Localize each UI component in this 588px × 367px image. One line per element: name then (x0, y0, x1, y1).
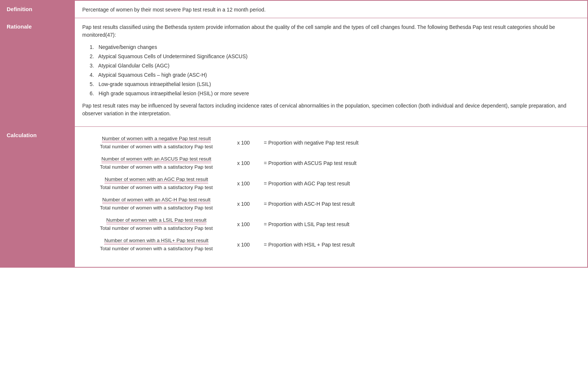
formula-row-3: Number of women with an ASC-H Pap test r… (90, 197, 572, 211)
table-row-rationale: RationalePap test results classified usi… (1, 18, 588, 127)
multiplier-1: x 100 (234, 160, 253, 166)
main-table: DefinitionPercentage of women by their m… (0, 0, 588, 268)
row-content-rationale: Pap test results classified using the Be… (75, 18, 588, 127)
result-0: = Proportion with negative Pap test resu… (264, 140, 375, 146)
fraction-2: Number of women with an AGC Pap test res… (90, 176, 223, 190)
table-row-calculation: CalculationNumber of women with a negati… (1, 127, 588, 267)
rationale-list-item: 4. Atypical Squamous Cells – high grade … (90, 70, 580, 80)
numerator-2: Number of women with an AGC Pap test res… (104, 176, 208, 184)
numerator-4: Number of women with a LSIL Pap test res… (106, 217, 206, 224)
numerator-1: Number of women with an ASCUS Pap test r… (102, 156, 211, 163)
multiplier-3: x 100 (234, 201, 253, 207)
result-4: = Proportion with LSIL Pap test result (264, 221, 375, 227)
table-row-definition: DefinitionPercentage of women by their m… (1, 1, 588, 18)
fraction-4: Number of women with a LSIL Pap test res… (90, 217, 223, 231)
rationale-list: 1. Negative/benign changes2. Atypical Sq… (82, 43, 580, 102)
fraction-5: Number of women with a HSIL+ Pap test re… (90, 238, 223, 251)
row-label-definition: Definition (1, 1, 75, 18)
definition-text: Percentage of women by their most severe… (82, 6, 580, 13)
rationale-intro: Pap test results classified using the Be… (82, 23, 580, 39)
multiplier-5: x 100 (234, 242, 253, 248)
fraction-0: Number of women with a negative Pap test… (90, 136, 223, 149)
fraction-1: Number of women with an ASCUS Pap test r… (90, 156, 223, 170)
multiplier-0: x 100 (234, 140, 253, 146)
numerator-0: Number of women with a negative Pap test… (102, 136, 211, 143)
formula-row-4: Number of women with a LSIL Pap test res… (90, 217, 572, 231)
formula-row-5: Number of women with a HSIL+ Pap test re… (90, 238, 572, 251)
denominator-2: Total number of women with a satisfactor… (100, 185, 213, 190)
result-5: = Proportion with HSIL + Pap test result (264, 242, 375, 248)
row-label-calculation: Calculation (1, 127, 75, 267)
calculation-content: Number of women with a negative Pap test… (82, 132, 580, 262)
rationale-list-item: 2. Atypical Squamous Cells of Undetermin… (90, 52, 580, 61)
result-3: = Proportion with ASC-H Pap test result (264, 201, 375, 207)
multiplier-2: x 100 (234, 181, 253, 186)
rationale-list-item: 5. Low-grade squamous intraepithelial le… (90, 80, 580, 89)
formula-row-1: Number of women with an ASCUS Pap test r… (90, 156, 572, 170)
denominator-3: Total number of women with a satisfactor… (100, 205, 213, 211)
numerator-5: Number of women with a HSIL+ Pap test re… (104, 238, 208, 245)
formula-row-2: Number of women with an AGC Pap test res… (90, 176, 572, 190)
row-label-rationale: Rationale (1, 18, 75, 127)
row-content-calculation: Number of women with a negative Pap test… (75, 127, 588, 267)
result-2: = Proportion with AGC Pap test result (264, 181, 375, 186)
rationale-outro: Pap test result rates may be influenced … (82, 102, 580, 118)
denominator-1: Total number of women with a satisfactor… (100, 164, 213, 170)
rationale-list-item: 3. Atypical Glandular Cells (AGC) (90, 61, 580, 70)
rationale-list-item: 1. Negative/benign changes (90, 43, 580, 52)
result-1: = Proportion with ASCUS Pap test result (264, 160, 375, 166)
numerator-3: Number of women with an ASC-H Pap test r… (102, 197, 210, 204)
denominator-5: Total number of women with a satisfactor… (100, 246, 213, 251)
multiplier-4: x 100 (234, 221, 253, 227)
denominator-0: Total number of women with a satisfactor… (100, 144, 213, 149)
rationale-list-item: 6. High grade squamous intraepithelial l… (90, 89, 580, 98)
row-content-definition: Percentage of women by their most severe… (75, 1, 588, 18)
denominator-4: Total number of women with a satisfactor… (100, 225, 213, 231)
formula-row-0: Number of women with a negative Pap test… (90, 136, 572, 149)
fraction-3: Number of women with an ASC-H Pap test r… (90, 197, 223, 211)
